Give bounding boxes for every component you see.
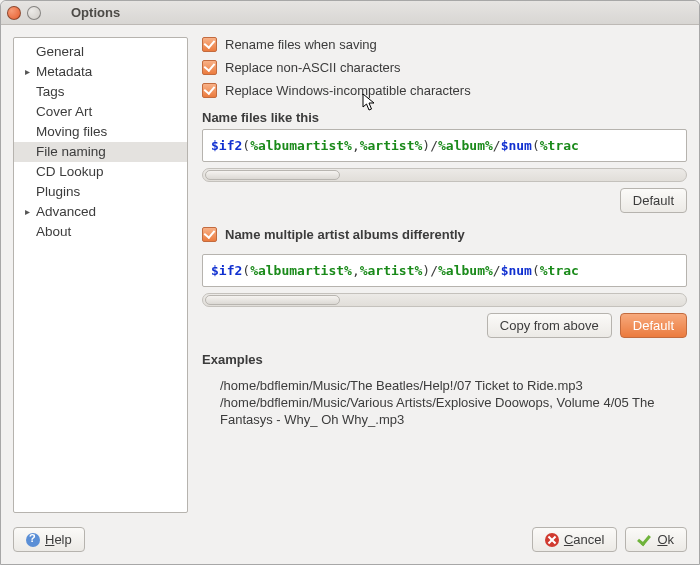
checkbox-checked-icon[interactable] [202, 60, 217, 75]
example-path: /home/bdflemin/Music/The Beatles/Help!/0… [220, 377, 683, 394]
sidebar-item-metadata[interactable]: ▸ Metadata [14, 62, 187, 82]
window-close-icon[interactable] [7, 6, 21, 20]
option-multi-artist-differently[interactable]: Name multiple artist albums differently [202, 227, 687, 242]
examples-list: /home/bdflemin/Music/The Beatles/Help!/0… [202, 377, 687, 428]
multi-artist-pattern-input[interactable]: $if2(%albumartist%,%artist%)/%album%/$nu… [202, 254, 687, 287]
cancel-icon [545, 533, 559, 547]
window-minimize-icon[interactable] [27, 6, 41, 20]
checkbox-checked-icon[interactable] [202, 37, 217, 52]
option-label: Rename files when saving [225, 37, 377, 52]
option-replace-non-ascii[interactable]: Replace non-ASCII characters [202, 60, 687, 75]
sidebar-item-plugins[interactable]: Plugins [14, 182, 187, 202]
token-variable: %trac [540, 263, 579, 278]
ok-icon [638, 533, 652, 547]
token-slash: / [493, 263, 501, 278]
option-label: Replace Windows-incompatible characters [225, 83, 471, 98]
help-button[interactable]: Help [13, 527, 85, 552]
file-naming-panel: Rename files when saving Replace non-ASC… [202, 37, 687, 513]
sidebar-item-label: File naming [34, 143, 106, 161]
token-variable: %albumartist% [250, 263, 352, 278]
sidebar-item-file-naming[interactable]: File naming [14, 142, 187, 162]
button-label: Cancel [564, 532, 604, 547]
token-function: $num [501, 138, 532, 153]
dialog-footer: Help Cancel Ok [1, 519, 699, 564]
sidebar-item-label: CD Lookup [34, 163, 104, 181]
sidebar-item-moving-files[interactable]: Moving files [14, 122, 187, 142]
token-paren: ) [422, 138, 430, 153]
options-window: Options General ▸ Metadata Tags Cover Ar… [0, 0, 700, 565]
option-label: Name multiple artist albums differently [225, 227, 465, 242]
default-button[interactable]: Default [620, 313, 687, 338]
token-variable: %album% [438, 138, 493, 153]
sidebar-item-label: Metadata [34, 63, 92, 81]
button-label: Default [633, 193, 674, 208]
sidebar-item-cover-art[interactable]: Cover Art [14, 102, 187, 122]
sidebar-item-tags[interactable]: Tags [14, 82, 187, 102]
sidebar-item-label: Moving files [34, 123, 107, 141]
sidebar-item-about[interactable]: About [14, 222, 187, 242]
token-variable: %artist% [360, 138, 423, 153]
option-replace-windows-incompatible[interactable]: Replace Windows-incompatible characters [202, 83, 687, 98]
token-paren: ) [422, 263, 430, 278]
button-label: Help [45, 532, 72, 547]
sidebar-item-label: About [34, 223, 71, 241]
token-comma: , [352, 138, 360, 153]
token-paren: ( [242, 263, 250, 278]
sidebar-item-cd-lookup[interactable]: CD Lookup [14, 162, 187, 182]
token-slash: / [430, 263, 438, 278]
sidebar-item-label: General [34, 43, 84, 61]
button-label: Ok [657, 532, 674, 547]
checkbox-checked-icon[interactable] [202, 83, 217, 98]
tree-expand-icon[interactable]: ▸ [20, 203, 34, 221]
sidebar-item-label: Cover Art [34, 103, 92, 121]
sidebar-item-label: Tags [34, 83, 65, 101]
scrollbar-thumb[interactable] [205, 170, 340, 180]
category-tree[interactable]: General ▸ Metadata Tags Cover Art Moving… [13, 37, 188, 513]
sidebar-item-label: Plugins [34, 183, 80, 201]
token-function: $if2 [211, 263, 242, 278]
titlebar[interactable]: Options [1, 1, 699, 25]
token-slash: / [430, 138, 438, 153]
cancel-button[interactable]: Cancel [532, 527, 617, 552]
tree-expand-icon[interactable]: ▸ [20, 63, 34, 81]
checkbox-checked-icon[interactable] [202, 227, 217, 242]
token-function: $num [501, 263, 532, 278]
content-area: General ▸ Metadata Tags Cover Art Moving… [1, 25, 699, 519]
default-button[interactable]: Default [620, 188, 687, 213]
file-naming-pattern-input[interactable]: $if2(%albumartist%,%artist%)/%album%/$nu… [202, 129, 687, 162]
sidebar-item-general[interactable]: General [14, 42, 187, 62]
token-variable: %album% [438, 263, 493, 278]
option-label: Replace non-ASCII characters [225, 60, 401, 75]
scrollbar-thumb[interactable] [205, 295, 340, 305]
token-variable: %albumartist% [250, 138, 352, 153]
sidebar-item-advanced[interactable]: ▸ Advanced [14, 202, 187, 222]
copy-from-above-button[interactable]: Copy from above [487, 313, 612, 338]
token-function: $if2 [211, 138, 242, 153]
sidebar-item-label: Advanced [34, 203, 96, 221]
help-icon [26, 533, 40, 547]
token-comma: , [352, 263, 360, 278]
token-paren: ( [242, 138, 250, 153]
horizontal-scrollbar[interactable] [202, 293, 687, 307]
name-files-heading: Name files like this [202, 110, 687, 125]
horizontal-scrollbar[interactable] [202, 168, 687, 182]
token-variable: %trac [540, 138, 579, 153]
token-slash: / [493, 138, 501, 153]
token-paren: ( [532, 138, 540, 153]
button-label: Copy from above [500, 318, 599, 333]
button-label: Default [633, 318, 674, 333]
token-paren: ( [532, 263, 540, 278]
window-title: Options [71, 5, 120, 20]
ok-button[interactable]: Ok [625, 527, 687, 552]
examples-heading: Examples [202, 352, 687, 367]
token-variable: %artist% [360, 263, 423, 278]
example-path: /home/bdflemin/Music/Various Artists/Exp… [220, 394, 683, 428]
option-rename-files[interactable]: Rename files when saving [202, 37, 687, 52]
